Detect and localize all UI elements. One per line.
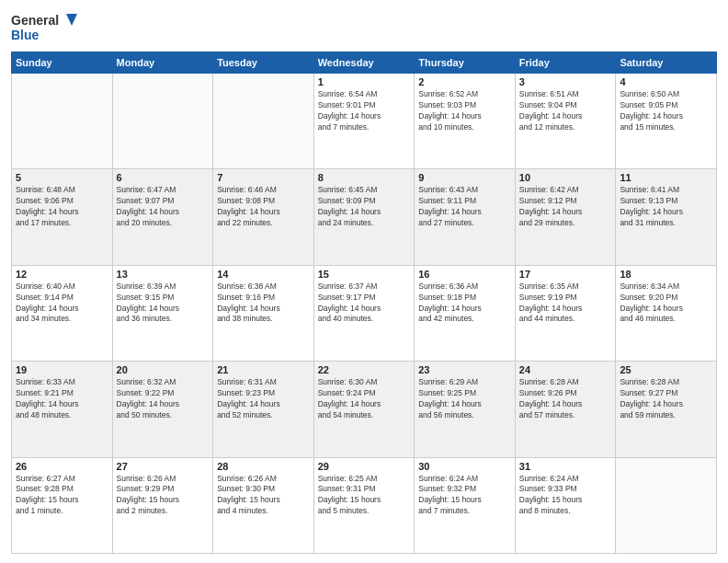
- day-info: Sunrise: 6:26 AM Sunset: 9:30 PM Dayligh…: [217, 474, 310, 518]
- day-info: Sunrise: 6:24 AM Sunset: 9:33 PM Dayligh…: [519, 474, 612, 518]
- svg-text:General: General: [11, 13, 59, 28]
- calendar-cell: 14Sunrise: 6:38 AM Sunset: 9:16 PM Dayli…: [213, 265, 314, 361]
- day-number: 6: [117, 172, 210, 183]
- calendar-header-wednesday: Wednesday: [313, 52, 415, 74]
- day-number: 26: [16, 461, 108, 472]
- calendar-cell: 17Sunrise: 6:35 AM Sunset: 9:19 PM Dayli…: [515, 265, 616, 361]
- calendar-cell: [112, 74, 213, 169]
- calendar-cell: 15Sunrise: 6:37 AM Sunset: 9:17 PM Dayli…: [313, 265, 415, 361]
- day-info: Sunrise: 6:28 AM Sunset: 9:27 PM Dayligh…: [620, 377, 712, 421]
- day-info: Sunrise: 6:25 AM Sunset: 9:31 PM Dayligh…: [318, 474, 411, 518]
- day-number: 24: [519, 364, 612, 375]
- calendar-cell: 24Sunrise: 6:28 AM Sunset: 9:26 PM Dayli…: [515, 362, 616, 457]
- header: GeneralBlue: [11, 9, 717, 46]
- day-info: Sunrise: 6:48 AM Sunset: 9:06 PM Dayligh…: [16, 185, 108, 229]
- calendar-cell: 7Sunrise: 6:46 AM Sunset: 9:08 PM Daylig…: [213, 169, 314, 265]
- calendar-cell: 9Sunrise: 6:43 AM Sunset: 9:11 PM Daylig…: [415, 169, 516, 265]
- day-info: Sunrise: 6:33 AM Sunset: 9:21 PM Dayligh…: [16, 377, 108, 421]
- day-info: Sunrise: 6:39 AM Sunset: 9:15 PM Dayligh…: [117, 282, 210, 326]
- day-number: 13: [117, 269, 210, 280]
- calendar-cell: 1Sunrise: 6:54 AM Sunset: 9:01 PM Daylig…: [313, 74, 415, 169]
- day-info: Sunrise: 6:35 AM Sunset: 9:19 PM Dayligh…: [519, 282, 612, 326]
- calendar-header-friday: Friday: [515, 52, 616, 74]
- day-number: 16: [418, 269, 511, 280]
- calendar-cell: 25Sunrise: 6:28 AM Sunset: 9:27 PM Dayli…: [616, 362, 717, 457]
- day-number: 23: [418, 364, 511, 375]
- calendar-cell: 19Sunrise: 6:33 AM Sunset: 9:21 PM Dayli…: [12, 362, 113, 457]
- page: GeneralBlue SundayMondayTuesdayWednesday…: [0, 0, 728, 563]
- day-info: Sunrise: 6:30 AM Sunset: 9:24 PM Dayligh…: [318, 377, 411, 421]
- day-number: 15: [318, 269, 411, 280]
- day-info: Sunrise: 6:40 AM Sunset: 9:14 PM Dayligh…: [16, 282, 108, 326]
- day-number: 31: [519, 461, 612, 472]
- day-info: Sunrise: 6:51 AM Sunset: 9:04 PM Dayligh…: [519, 89, 612, 133]
- day-info: Sunrise: 6:54 AM Sunset: 9:01 PM Dayligh…: [318, 89, 411, 133]
- day-number: 17: [519, 269, 612, 280]
- calendar-cell: 29Sunrise: 6:25 AM Sunset: 9:31 PM Dayli…: [313, 457, 415, 553]
- calendar-cell: 10Sunrise: 6:42 AM Sunset: 9:12 PM Dayli…: [515, 169, 616, 265]
- calendar-cell: 20Sunrise: 6:32 AM Sunset: 9:22 PM Dayli…: [112, 362, 213, 457]
- day-number: 14: [217, 269, 310, 280]
- day-info: Sunrise: 6:32 AM Sunset: 9:22 PM Dayligh…: [117, 377, 210, 421]
- day-info: Sunrise: 6:27 AM Sunset: 9:28 PM Dayligh…: [16, 474, 108, 518]
- calendar-cell: 18Sunrise: 6:34 AM Sunset: 9:20 PM Dayli…: [616, 265, 717, 361]
- calendar-cell: 11Sunrise: 6:41 AM Sunset: 9:13 PM Dayli…: [616, 169, 717, 265]
- day-number: 28: [217, 461, 310, 472]
- calendar-week-4: 26Sunrise: 6:27 AM Sunset: 9:28 PM Dayli…: [12, 457, 717, 553]
- day-number: 2: [418, 76, 511, 87]
- day-number: 7: [217, 172, 310, 183]
- logo: GeneralBlue: [11, 9, 80, 46]
- calendar-cell: 31Sunrise: 6:24 AM Sunset: 9:33 PM Dayli…: [515, 457, 616, 553]
- calendar-header-tuesday: Tuesday: [213, 52, 314, 74]
- day-info: Sunrise: 6:28 AM Sunset: 9:26 PM Dayligh…: [519, 377, 612, 421]
- calendar-week-1: 5Sunrise: 6:48 AM Sunset: 9:06 PM Daylig…: [12, 169, 717, 265]
- day-info: Sunrise: 6:52 AM Sunset: 9:03 PM Dayligh…: [418, 89, 511, 133]
- day-info: Sunrise: 6:38 AM Sunset: 9:16 PM Dayligh…: [217, 282, 310, 326]
- calendar-cell: 27Sunrise: 6:26 AM Sunset: 9:29 PM Dayli…: [112, 457, 213, 553]
- day-info: Sunrise: 6:47 AM Sunset: 9:07 PM Dayligh…: [117, 185, 210, 229]
- day-number: 10: [519, 172, 612, 183]
- day-number: 9: [418, 172, 511, 183]
- day-info: Sunrise: 6:37 AM Sunset: 9:17 PM Dayligh…: [318, 282, 411, 326]
- calendar-cell: 4Sunrise: 6:50 AM Sunset: 9:05 PM Daylig…: [616, 74, 717, 169]
- day-info: Sunrise: 6:42 AM Sunset: 9:12 PM Dayligh…: [519, 185, 612, 229]
- day-info: Sunrise: 6:29 AM Sunset: 9:25 PM Dayligh…: [418, 377, 511, 421]
- calendar-header-row: SundayMondayTuesdayWednesdayThursdayFrid…: [12, 52, 717, 74]
- day-info: Sunrise: 6:43 AM Sunset: 9:11 PM Dayligh…: [418, 185, 511, 229]
- day-info: Sunrise: 6:26 AM Sunset: 9:29 PM Dayligh…: [117, 474, 210, 518]
- calendar-week-3: 19Sunrise: 6:33 AM Sunset: 9:21 PM Dayli…: [12, 362, 717, 457]
- day-info: Sunrise: 6:34 AM Sunset: 9:20 PM Dayligh…: [620, 282, 712, 326]
- calendar-cell: 28Sunrise: 6:26 AM Sunset: 9:30 PM Dayli…: [213, 457, 314, 553]
- calendar-cell: 21Sunrise: 6:31 AM Sunset: 9:23 PM Dayli…: [213, 362, 314, 457]
- day-number: 3: [519, 76, 612, 87]
- calendar-cell: 23Sunrise: 6:29 AM Sunset: 9:25 PM Dayli…: [415, 362, 516, 457]
- day-info: Sunrise: 6:24 AM Sunset: 9:32 PM Dayligh…: [418, 474, 511, 518]
- day-number: 20: [117, 364, 210, 375]
- calendar-cell: 22Sunrise: 6:30 AM Sunset: 9:24 PM Dayli…: [313, 362, 415, 457]
- calendar-cell: 12Sunrise: 6:40 AM Sunset: 9:14 PM Dayli…: [12, 265, 113, 361]
- calendar-cell: 6Sunrise: 6:47 AM Sunset: 9:07 PM Daylig…: [112, 169, 213, 265]
- day-info: Sunrise: 6:45 AM Sunset: 9:09 PM Dayligh…: [318, 185, 411, 229]
- day-number: 27: [117, 461, 210, 472]
- day-number: 8: [318, 172, 411, 183]
- day-number: 4: [620, 76, 712, 87]
- day-number: 19: [16, 364, 108, 375]
- svg-text:Blue: Blue: [11, 28, 40, 42]
- day-number: 21: [217, 364, 310, 375]
- day-number: 5: [16, 172, 108, 183]
- day-number: 11: [620, 172, 712, 183]
- day-number: 12: [16, 269, 108, 280]
- day-info: Sunrise: 6:50 AM Sunset: 9:05 PM Dayligh…: [620, 89, 712, 133]
- day-number: 25: [620, 364, 712, 375]
- calendar-cell: 13Sunrise: 6:39 AM Sunset: 9:15 PM Dayli…: [112, 265, 213, 361]
- calendar-cell: 3Sunrise: 6:51 AM Sunset: 9:04 PM Daylig…: [515, 74, 616, 169]
- calendar-cell: [213, 74, 314, 169]
- calendar-table: SundayMondayTuesdayWednesdayThursdayFrid…: [11, 52, 717, 554]
- day-number: 22: [318, 364, 411, 375]
- calendar-header-thursday: Thursday: [415, 52, 516, 74]
- day-number: 29: [318, 461, 411, 472]
- calendar-cell: [616, 457, 717, 553]
- calendar-cell: 16Sunrise: 6:36 AM Sunset: 9:18 PM Dayli…: [415, 265, 516, 361]
- calendar-cell: 2Sunrise: 6:52 AM Sunset: 9:03 PM Daylig…: [415, 74, 516, 169]
- day-info: Sunrise: 6:36 AM Sunset: 9:18 PM Dayligh…: [418, 282, 511, 326]
